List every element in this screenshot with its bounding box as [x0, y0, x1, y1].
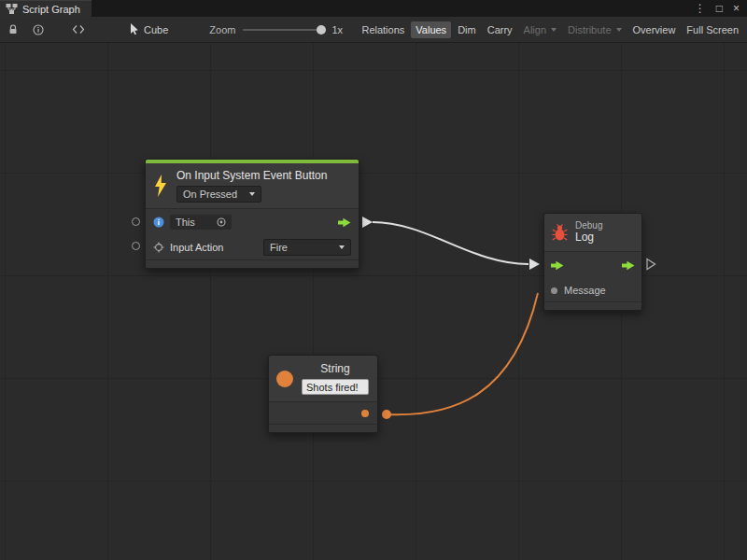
this-field-value: This	[176, 217, 195, 228]
this-object-field[interactable]: This	[170, 215, 232, 230]
code-preview-icon[interactable]	[72, 24, 85, 35]
info-badge-icon	[153, 217, 164, 228]
target-cursor-icon	[130, 23, 139, 35]
bug-icon	[552, 224, 568, 242]
overview-button[interactable]: Overview	[628, 21, 681, 38]
event-node-body: This Input Action Fire	[146, 208, 359, 259]
event-type-value: On Pressed	[183, 189, 237, 200]
input-action-value: Fire	[270, 242, 288, 253]
debug-node-footer	[544, 301, 641, 310]
input-action-icon	[153, 242, 164, 253]
event-node-header: On Input System Event Button On Pressed	[146, 163, 359, 208]
window-controls: ⋮ □ ×	[695, 0, 747, 17]
value-wire-start-dot[interactable]	[382, 410, 391, 419]
overview-label: Overview	[633, 24, 676, 35]
tab-script-graph[interactable]: Script Graph	[0, 0, 92, 17]
zoom-slider-handle[interactable]	[317, 25, 326, 35]
values-button[interactable]: Values	[411, 21, 451, 38]
distribute-dropdown-button[interactable]: Distribute	[563, 21, 626, 38]
event-type-dropdown[interactable]: On Pressed	[176, 186, 261, 203]
event-port-circle-action[interactable]	[132, 242, 140, 250]
string-node-body	[269, 401, 377, 424]
debug-message-row: Message	[544, 279, 641, 301]
flow-wire-end-arrow[interactable]	[529, 259, 540, 270]
window-titlebar: Script Graph ⋮ □ ×	[0, 0, 747, 17]
object-picker-icon[interactable]	[217, 217, 226, 227]
chevron-down-icon	[551, 28, 557, 32]
align-dropdown-button[interactable]: Align	[519, 21, 561, 38]
node-string-literal[interactable]: String	[268, 355, 378, 433]
flow-wire[interactable]	[373, 222, 529, 264]
dim-label: Dim	[458, 24, 476, 35]
value-wire[interactable]	[387, 293, 538, 414]
string-output-port[interactable]	[361, 410, 369, 417]
node-on-input-system-event-button[interactable]: On Input System Event Button On Pressed …	[145, 159, 359, 269]
message-input-port[interactable]	[551, 287, 557, 294]
string-node-header: String	[269, 356, 377, 401]
message-port-label: Message	[564, 285, 606, 296]
fullscreen-button[interactable]: Full Screen	[682, 21, 743, 38]
align-label: Align	[524, 24, 546, 35]
relations-label: Relations	[361, 24, 404, 35]
lock-icon[interactable]	[7, 24, 19, 35]
toolbar-buttons: Relations Values Dim Carry Align Distrib…	[357, 21, 747, 38]
debug-node-header: Debug Log	[544, 214, 641, 251]
chevron-down-icon	[339, 245, 345, 249]
lightning-icon	[153, 175, 168, 197]
zoom-label: Zoom	[209, 24, 235, 35]
string-type-icon	[276, 371, 293, 387]
event-node-title: On Input System Event Button	[176, 169, 327, 182]
dim-button[interactable]: Dim	[453, 21, 481, 38]
zoom-slider[interactable]	[243, 29, 323, 31]
event-port-circle-this[interactable]	[132, 217, 140, 226]
debug-flow-output-port[interactable]	[622, 260, 635, 271]
string-node-title: String	[320, 362, 349, 375]
zoom-value: 1x	[331, 24, 343, 35]
close-icon[interactable]: ×	[733, 3, 740, 14]
maximize-icon[interactable]: □	[716, 3, 723, 14]
debug-flow-ports-row	[544, 251, 641, 279]
chevron-down-icon	[616, 28, 622, 32]
event-node-footer	[146, 259, 359, 268]
carry-label: Carry	[487, 24, 513, 35]
event-flow-output-port[interactable]	[338, 217, 351, 228]
input-action-dropdown[interactable]: Fire	[263, 239, 351, 256]
values-label: Values	[416, 24, 446, 35]
tab-title: Script Graph	[22, 4, 80, 15]
menu-icon[interactable]: ⋮	[695, 3, 706, 14]
distribute-label: Distribute	[568, 24, 611, 35]
node-debug-log[interactable]: Debug Log Message	[543, 213, 642, 311]
chevron-down-icon	[249, 192, 255, 196]
target-object-label[interactable]: Cube	[144, 24, 168, 35]
info-icon[interactable]	[33, 24, 44, 35]
string-node-footer	[269, 424, 377, 432]
this-port-row: This	[146, 209, 359, 235]
debug-flow-input-port[interactable]	[551, 260, 564, 271]
graph-toolbar: Cube Zoom 1x Relations Values Dim Carry …	[0, 17, 747, 43]
relations-button[interactable]: Relations	[357, 21, 409, 38]
input-action-label: Input Action	[170, 242, 224, 253]
debug-node-title: Log	[575, 231, 602, 245]
input-action-row: Input Action Fire	[146, 235, 359, 259]
graph-icon	[6, 3, 18, 15]
flow-wire-start-arrow[interactable]	[362, 217, 373, 228]
flow-out-marker-icon[interactable]	[647, 259, 655, 270]
string-value-input[interactable]	[302, 379, 369, 395]
carry-button[interactable]: Carry	[483, 21, 517, 38]
fullscreen-label: Full Screen	[686, 24, 739, 35]
